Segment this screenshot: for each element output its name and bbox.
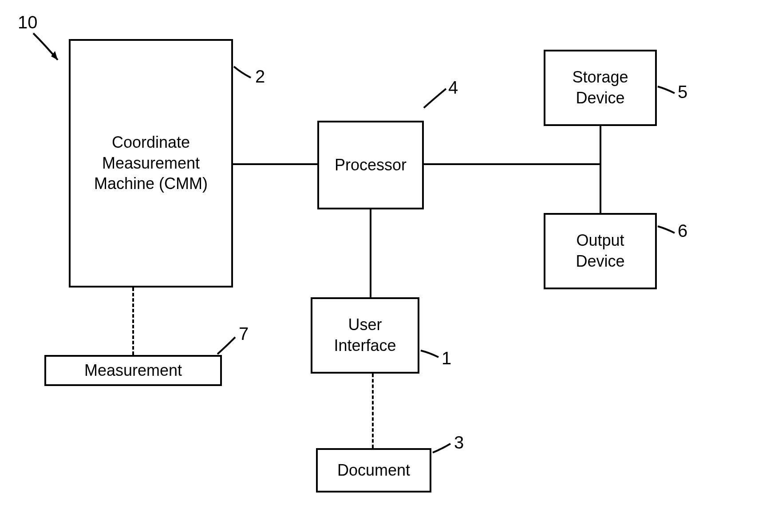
line-junction-storage xyxy=(600,126,601,165)
line-cmm-processor xyxy=(233,163,318,165)
output-ref-label: 6 xyxy=(678,221,687,241)
line-cmm-measurement xyxy=(132,288,134,355)
line-junction-output xyxy=(600,163,601,214)
line-processor-junction xyxy=(424,163,601,165)
line-processor-ui xyxy=(370,209,371,298)
line-ui-document xyxy=(372,374,374,448)
document-ref-label: 3 xyxy=(454,433,464,453)
measurement-ref-label: 7 xyxy=(239,324,249,344)
